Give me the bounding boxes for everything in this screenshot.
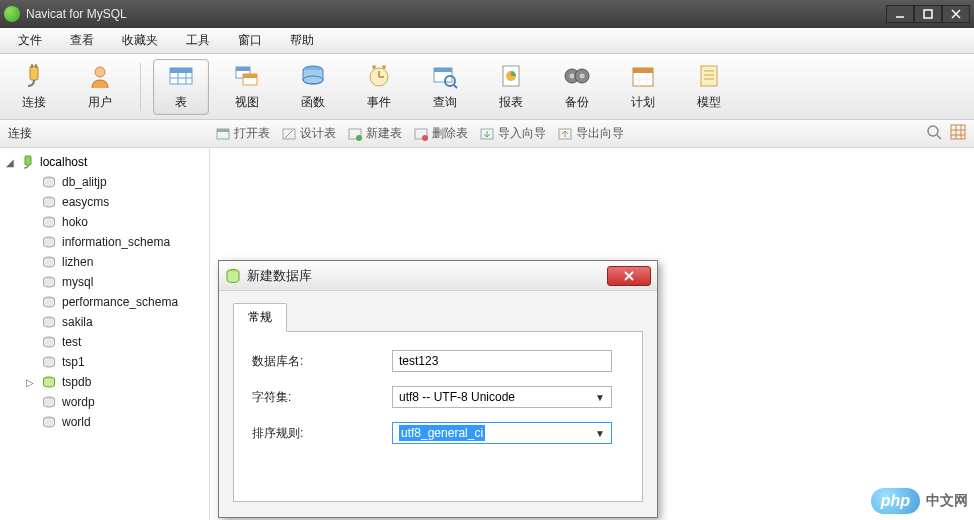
backup-icon xyxy=(563,62,591,90)
chevron-down-icon: ▼ xyxy=(595,428,605,439)
toolbar-function[interactable]: 函数 xyxy=(285,59,341,115)
svg-point-23 xyxy=(382,65,386,69)
database-icon xyxy=(42,296,56,308)
database-icon xyxy=(42,176,56,188)
action-import[interactable]: 导入向导 xyxy=(480,125,546,142)
tree-db-item[interactable]: hoko xyxy=(0,212,209,232)
toolbar-table[interactable]: 表 xyxy=(153,59,209,115)
tree-db-label: hoko xyxy=(62,215,88,229)
toolbar-schedule[interactable]: 计划 xyxy=(615,59,671,115)
maximize-button[interactable] xyxy=(914,5,942,23)
menu-help[interactable]: 帮助 xyxy=(276,28,328,53)
table-icon xyxy=(167,62,195,90)
toolbar-model[interactable]: 模型 xyxy=(681,59,737,115)
select-collation[interactable]: utf8_general_ci ▼ xyxy=(392,422,612,444)
expand-icon[interactable]: ▷ xyxy=(26,377,36,388)
input-db-name[interactable] xyxy=(392,350,612,372)
tree-db-item[interactable]: performance_schema xyxy=(0,292,209,312)
menu-view[interactable]: 查看 xyxy=(56,28,108,53)
connection-tree[interactable]: ◢ localhost db_alitjpeasycmshokoinformat… xyxy=(0,148,210,520)
svg-rect-14 xyxy=(236,67,250,71)
close-button[interactable] xyxy=(942,5,970,23)
toolbar-connect[interactable]: 连接 xyxy=(6,59,62,115)
tree-db-item[interactable]: tsp1 xyxy=(0,352,209,372)
action-new-table[interactable]: 新建表 xyxy=(348,125,402,142)
menu-favorites[interactable]: 收藏夹 xyxy=(108,28,172,53)
svg-rect-1 xyxy=(924,10,932,18)
svg-point-52 xyxy=(928,126,938,136)
toolbar-view[interactable]: 视图 xyxy=(219,59,275,115)
tree-db-label: performance_schema xyxy=(62,295,178,309)
tree-db-label: lizhen xyxy=(62,255,93,269)
svg-point-22 xyxy=(372,65,376,69)
tree-db-item[interactable]: db_alitjp xyxy=(0,172,209,192)
dialog-tabs: 常规 xyxy=(233,303,643,332)
new-database-dialog: 新建数据库 常规 数据库名: 字符集: utf8 -- UTF-8 Unicod… xyxy=(218,260,658,518)
tree-db-label: db_alitjp xyxy=(62,175,107,189)
tree-db-item[interactable]: sakila xyxy=(0,312,209,332)
menu-window[interactable]: 窗口 xyxy=(224,28,276,53)
tree-db-item[interactable]: information_schema xyxy=(0,232,209,252)
view-icon xyxy=(233,62,261,90)
grid-view-icon[interactable] xyxy=(950,124,966,143)
minimize-button[interactable] xyxy=(886,5,914,23)
action-open-table[interactable]: 打开表 xyxy=(216,125,270,142)
svg-line-53 xyxy=(937,135,941,139)
menu-file[interactable]: 文件 xyxy=(4,28,56,53)
tree-db-item[interactable]: wordp xyxy=(0,392,209,412)
collapse-icon[interactable]: ◢ xyxy=(6,157,16,168)
toolbar-event[interactable]: 事件 xyxy=(351,59,407,115)
dialog-titlebar[interactable]: 新建数据库 xyxy=(219,261,657,291)
database-icon xyxy=(42,416,56,428)
tree-host-label: localhost xyxy=(40,155,87,169)
tree-db-label: test xyxy=(62,335,81,349)
query-icon xyxy=(431,62,459,90)
svg-rect-44 xyxy=(217,129,229,132)
tree-db-item[interactable]: test xyxy=(0,332,209,352)
toolbar-query[interactable]: 查询 xyxy=(417,59,473,115)
svg-point-49 xyxy=(422,135,428,141)
chevron-down-icon: ▼ xyxy=(595,392,605,403)
calendar-icon xyxy=(629,62,657,90)
tree-db-item[interactable]: world xyxy=(0,412,209,432)
tree-db-label: easycms xyxy=(62,195,109,209)
window-titlebar: Navicat for MySQL xyxy=(0,0,974,28)
svg-rect-4 xyxy=(30,66,38,80)
toolbar-report[interactable]: 报表 xyxy=(483,59,539,115)
action-delete-table[interactable]: 删除表 xyxy=(414,125,468,142)
logo-brand: php xyxy=(871,488,920,514)
model-icon xyxy=(695,62,723,90)
svg-point-31 xyxy=(570,74,575,79)
svg-rect-9 xyxy=(170,68,192,73)
database-icon xyxy=(225,268,241,284)
toolbar-user[interactable]: 用户 xyxy=(72,59,128,115)
svg-rect-59 xyxy=(25,156,31,165)
tree-db-item[interactable]: easycms xyxy=(0,192,209,212)
svg-point-47 xyxy=(356,135,362,141)
select-charset[interactable]: utf8 -- UTF-8 Unicode ▼ xyxy=(392,386,612,408)
database-icon xyxy=(42,236,56,248)
tree-host[interactable]: ◢ localhost xyxy=(0,152,209,172)
svg-rect-39 xyxy=(701,66,717,86)
window-title: Navicat for MySQL xyxy=(26,7,886,21)
tree-db-item[interactable]: mysql xyxy=(0,272,209,292)
database-icon xyxy=(42,276,56,288)
svg-rect-25 xyxy=(434,68,452,72)
function-icon xyxy=(299,62,327,90)
toolbar-backup[interactable]: 备份 xyxy=(549,59,605,115)
menu-tools[interactable]: 工具 xyxy=(172,28,224,53)
tree-db-item[interactable]: ▷tspdb xyxy=(0,372,209,392)
menubar: 文件 查看 收藏夹 工具 窗口 帮助 xyxy=(0,28,974,54)
tab-general[interactable]: 常规 xyxy=(233,303,287,332)
dialog-close-button[interactable] xyxy=(607,266,651,286)
database-icon xyxy=(42,336,56,348)
label-charset: 字符集: xyxy=(252,389,392,406)
action-export[interactable]: 导出向导 xyxy=(558,125,624,142)
action-design-table[interactable]: 设计表 xyxy=(282,125,336,142)
search-icon[interactable] xyxy=(926,124,942,143)
tree-db-label: tspdb xyxy=(62,375,91,389)
database-icon xyxy=(42,216,56,228)
tree-db-item[interactable]: lizhen xyxy=(0,252,209,272)
label-collation: 排序规则: xyxy=(252,425,392,442)
database-icon xyxy=(42,376,56,388)
